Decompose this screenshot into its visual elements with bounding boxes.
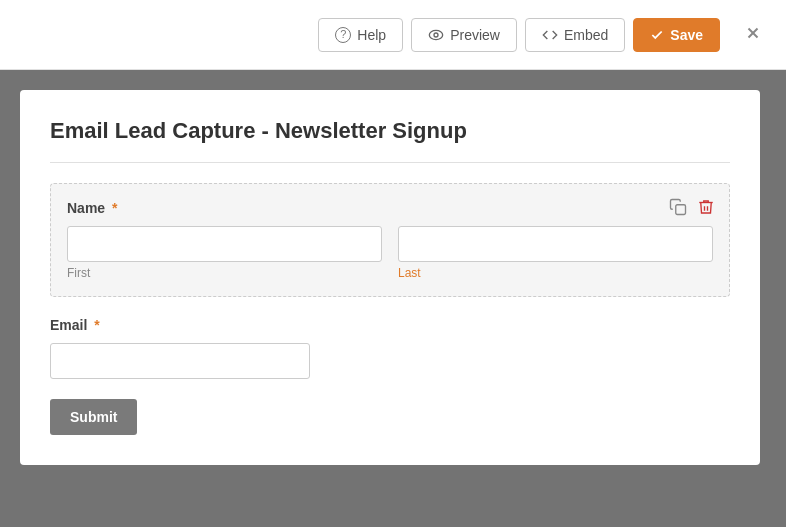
help-button[interactable]: ? Help: [318, 18, 403, 52]
email-section: Email *: [50, 317, 730, 379]
close-button[interactable]: [736, 18, 770, 52]
question-icon: ?: [335, 27, 351, 43]
copy-icon: [669, 198, 687, 216]
email-input[interactable]: [50, 343, 310, 379]
name-field-block: Name *: [50, 183, 730, 297]
last-name-wrap: Last: [398, 226, 713, 280]
help-label: Help: [357, 27, 386, 43]
copy-field-button[interactable]: [667, 196, 689, 222]
embed-label: Embed: [564, 27, 608, 43]
save-label: Save: [670, 27, 703, 43]
svg-rect-4: [676, 205, 686, 215]
eye-icon: [428, 27, 444, 43]
embed-button[interactable]: Embed: [525, 18, 625, 52]
submit-button[interactable]: Submit: [50, 399, 137, 435]
svg-point-1: [434, 33, 438, 37]
first-sub-label: First: [67, 266, 382, 280]
last-sub-label: Last: [398, 266, 713, 280]
name-required-star: *: [108, 200, 117, 216]
submit-label: Submit: [70, 409, 117, 425]
close-icon: [744, 24, 762, 42]
preview-label: Preview: [450, 27, 500, 43]
toolbar: ? Help Preview Embed Save: [0, 0, 786, 70]
trash-icon: [697, 198, 715, 216]
first-name-wrap: First: [67, 226, 382, 280]
main-area: Email Lead Capture - Newsletter Signup N…: [0, 70, 786, 527]
form-title: Email Lead Capture - Newsletter Signup: [50, 118, 730, 144]
check-icon: [650, 28, 664, 42]
name-field-label: Name *: [67, 200, 713, 216]
form-card: Email Lead Capture - Newsletter Signup N…: [20, 90, 760, 465]
first-name-input[interactable]: [67, 226, 382, 262]
email-required-star: *: [90, 317, 99, 333]
name-inputs: First Last: [67, 226, 713, 280]
last-name-input[interactable]: [398, 226, 713, 262]
svg-point-0: [429, 30, 442, 39]
save-button[interactable]: Save: [633, 18, 720, 52]
divider: [50, 162, 730, 163]
code-icon: [542, 27, 558, 43]
field-actions: [667, 196, 717, 222]
email-field-label: Email *: [50, 317, 730, 333]
delete-field-button[interactable]: [695, 196, 717, 222]
preview-button[interactable]: Preview: [411, 18, 517, 52]
